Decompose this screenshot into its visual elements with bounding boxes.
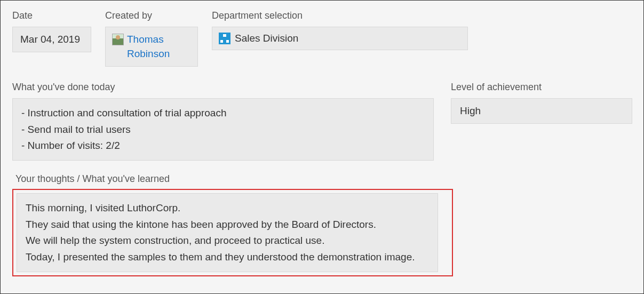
- thoughts-label: Your thoughts / What you've learned: [15, 173, 632, 185]
- created-by-label: Created by: [105, 10, 198, 21]
- created-by-value: Thomas Robinson: [105, 27, 198, 67]
- date-field-group: Date Mar 04, 2019: [12, 10, 91, 67]
- department-text: Sales Division: [235, 33, 298, 44]
- thoughts-section: Your thoughts / What you've learned This…: [12, 173, 632, 276]
- date-label: Date: [12, 10, 91, 21]
- main-fields-row: What you've done today - Instruction and…: [12, 82, 632, 161]
- done-today-value: - Instruction and consultation of trial …: [12, 98, 434, 161]
- organization-icon: [219, 33, 230, 44]
- top-fields-row: Date Mar 04, 2019 Created by Thomas Robi…: [12, 10, 632, 67]
- created-by-field-group: Created by Thomas Robinson: [105, 10, 198, 67]
- thoughts-value: This morning, I visited LuthorCorp. They…: [17, 193, 438, 272]
- achievement-value: High: [451, 98, 632, 124]
- done-today-field-group: What you've done today - Instruction and…: [12, 82, 434, 161]
- achievement-field-group: Level of achievement High: [451, 82, 632, 161]
- record-detail-panel: Date Mar 04, 2019 Created by Thomas Robi…: [0, 0, 644, 294]
- done-today-label: What you've done today: [12, 82, 434, 93]
- user-link[interactable]: Thomas Robinson: [127, 33, 191, 61]
- department-value: Sales Division: [212, 27, 468, 50]
- user-avatar-icon: [112, 34, 124, 45]
- highlighted-region: This morning, I visited LuthorCorp. They…: [12, 189, 453, 276]
- department-field-group: Department selection Sales Division: [212, 10, 468, 67]
- date-value: Mar 04, 2019: [12, 27, 91, 52]
- department-label: Department selection: [212, 10, 468, 21]
- achievement-label: Level of achievement: [451, 82, 632, 93]
